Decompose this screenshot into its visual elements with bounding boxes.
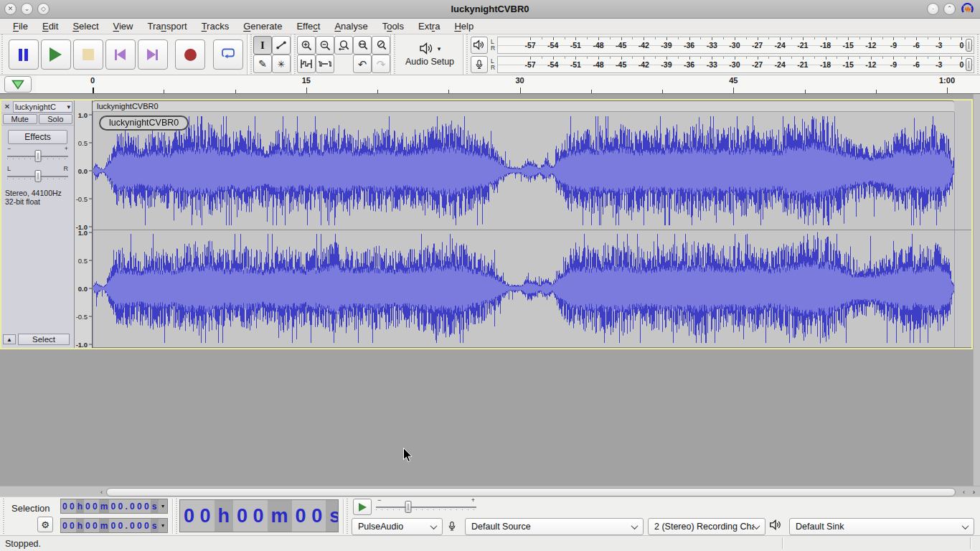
redo-button[interactable]: ↷ <box>372 55 390 73</box>
play-speed-slider-thumb[interactable] <box>405 501 411 513</box>
clip-header[interactable]: luckynightCVBR0 <box>93 100 954 112</box>
vruler-label: 1.0 <box>78 229 88 237</box>
menu-generate[interactable]: Generate <box>236 19 289 33</box>
selection-start-field[interactable]: 0 0h0 0m0 0 . 0 0 0s▾ <box>60 499 168 514</box>
timeline-ruler[interactable]: 01530451:00 <box>36 75 980 93</box>
gain-slider-thumb[interactable] <box>34 150 41 162</box>
horizontal-scrollbar[interactable]: ‹ ‹ › <box>0 486 980 496</box>
selection-tool-icon: I <box>260 40 265 51</box>
window-restore-button[interactable]: ⌃ <box>943 3 956 15</box>
time-segment: 0 0 . 0 0 0 <box>109 499 150 513</box>
envelope-tool-button[interactable] <box>272 36 291 55</box>
menu-effect[interactable]: Effect <box>289 19 327 33</box>
vertical-scrollbar[interactable] <box>973 94 980 486</box>
meter-scale-label: -33 <box>707 60 717 69</box>
menu-tools[interactable]: Tools <box>375 19 411 33</box>
pan-slider-thumb[interactable] <box>34 170 41 182</box>
timeline-options-button[interactable] <box>4 76 32 93</box>
recording-meter-channels: LR <box>488 58 497 71</box>
meter-scale-label: -12 <box>865 60 876 69</box>
mute-button[interactable]: Mute <box>3 114 37 124</box>
time-field-dropdown-icon[interactable]: ▾ <box>159 519 167 532</box>
playback-meter-button[interactable] <box>471 37 488 54</box>
vertical-scale-ruler[interactable]: 1.00.50.0-0.5-1.01.00.50.0-0.5-1.0 <box>75 100 93 348</box>
scroll-left-icon[interactable]: ‹ <box>97 487 106 496</box>
track-select-button[interactable]: Select <box>18 334 70 345</box>
effects-button[interactable]: Effects <box>8 130 67 144</box>
meter-scale-label: -57 <box>524 41 535 50</box>
track-info: Stereo, 44100Hz 32-bit float <box>5 189 74 206</box>
playback-device-select[interactable]: Default Sink <box>789 518 974 535</box>
timeline-options-icon <box>11 80 24 90</box>
pan-slider[interactable]: LR <box>7 166 68 184</box>
audio-host-select[interactable]: PulseAudio <box>352 518 443 535</box>
window-maximize-button[interactable]: ◇ <box>37 3 50 15</box>
meter-right-gripper[interactable] <box>976 34 980 75</box>
horizontal-scrollbar-thumb[interactable] <box>106 488 956 496</box>
selection-end-field[interactable]: 0 0h0 0m0 0 . 0 0 0s▾ <box>60 518 168 533</box>
time-toolbar-gripper[interactable] <box>174 499 179 534</box>
silence-audio-button[interactable] <box>316 55 334 73</box>
fit-project-button[interactable] <box>353 36 372 55</box>
recording-meter[interactable]: LR -57-54-51-48-45-42-39-36-33-30-27-24-… <box>469 55 976 74</box>
multi-tool-button[interactable]: ✳ <box>272 55 291 73</box>
draw-tool-button[interactable]: ✎ <box>253 55 272 73</box>
zoom-out-button[interactable] <box>316 36 334 55</box>
play-at-speed-gripper[interactable] <box>345 499 349 534</box>
vruler-label: 0.5 <box>78 257 88 265</box>
play-at-speed-button[interactable] <box>353 499 372 515</box>
recording-volume-slider[interactable] <box>966 58 972 71</box>
menu-analyse[interactable]: Analyse <box>327 19 374 33</box>
selection-toolbar-gripper[interactable] <box>1 499 6 534</box>
recording-device-select[interactable]: Default Source <box>465 518 644 535</box>
menu-file[interactable]: File <box>6 19 35 33</box>
recording-meter-button[interactable] <box>471 56 488 73</box>
menu-help[interactable]: Help <box>447 19 481 33</box>
recording-channels-value: 2 (Stereo) Recording Cha <box>654 522 754 532</box>
skip-to-end-button[interactable] <box>138 39 168 70</box>
undo-button[interactable]: ↶ <box>353 55 372 73</box>
collapse-track-button[interactable]: ▲ <box>3 334 16 344</box>
audio-setup-button[interactable]: ▾ Audio Setup <box>397 34 463 75</box>
menu-tracks[interactable]: Tracks <box>194 19 237 33</box>
recording-channels-select[interactable]: 2 (Stereo) Recording Cha <box>648 518 765 535</box>
playback-volume-slider[interactable] <box>966 39 972 52</box>
selection-tool-button[interactable]: I <box>253 36 272 55</box>
zoom-in-button[interactable] <box>297 36 316 55</box>
window-shade-button[interactable]: · <box>927 3 939 15</box>
zoom-toggle-button[interactable] <box>372 36 390 55</box>
track-name-dropdown[interactable]: luckynightC ▾ <box>13 101 72 113</box>
fit-selection-button[interactable] <box>334 36 353 55</box>
time-segment: 0 0 <box>61 519 76 532</box>
scroll-right-icon[interactable]: › <box>969 487 979 496</box>
record-button[interactable] <box>175 39 205 70</box>
gain-max-label: + <box>65 146 68 151</box>
window-close-button[interactable]: ✕ <box>4 3 17 15</box>
audio-position-display[interactable]: 0 0h0 0m0 0s▾ <box>179 499 339 532</box>
scroll-left2-icon[interactable]: ‹ <box>959 487 969 496</box>
time-field-dropdown-icon[interactable]: ▾ <box>159 499 167 513</box>
selection-options-button[interactable]: ⚙ <box>37 517 53 532</box>
time-segment: 0 0 <box>61 499 76 513</box>
play-speed-slider[interactable]: −+ <box>376 497 476 516</box>
solo-button[interactable]: Solo <box>39 114 73 124</box>
trim-audio-button[interactable] <box>297 55 316 73</box>
meter-scale-label: -3 <box>936 41 942 50</box>
stop-button[interactable] <box>73 39 103 70</box>
playback-meter[interactable]: LR -57-54-51-48-45-42-39-36-33-30-27-24-… <box>469 35 976 55</box>
skip-to-start-button[interactable] <box>105 39 136 70</box>
window-minimize-button[interactable]: ⌄ <box>21 3 33 15</box>
pause-button[interactable] <box>9 39 39 70</box>
menu-extra[interactable]: Extra <box>411 19 447 33</box>
loop-button[interactable] <box>213 39 243 70</box>
waveform-canvas[interactable] <box>93 112 971 348</box>
menu-transport[interactable]: Transport <box>140 19 194 33</box>
menu-select[interactable]: Select <box>65 19 105 33</box>
menu-view[interactable]: View <box>106 19 141 33</box>
speaker-icon <box>419 42 435 55</box>
menu-edit[interactable]: Edit <box>35 19 65 33</box>
play-button[interactable] <box>41 39 71 70</box>
track-close-button[interactable]: ✕ <box>1 101 13 113</box>
gain-slider[interactable]: −+ <box>7 146 68 164</box>
waveform-view[interactable]: luckynightCVBR0 luckynightCVBR0 <box>93 100 971 348</box>
